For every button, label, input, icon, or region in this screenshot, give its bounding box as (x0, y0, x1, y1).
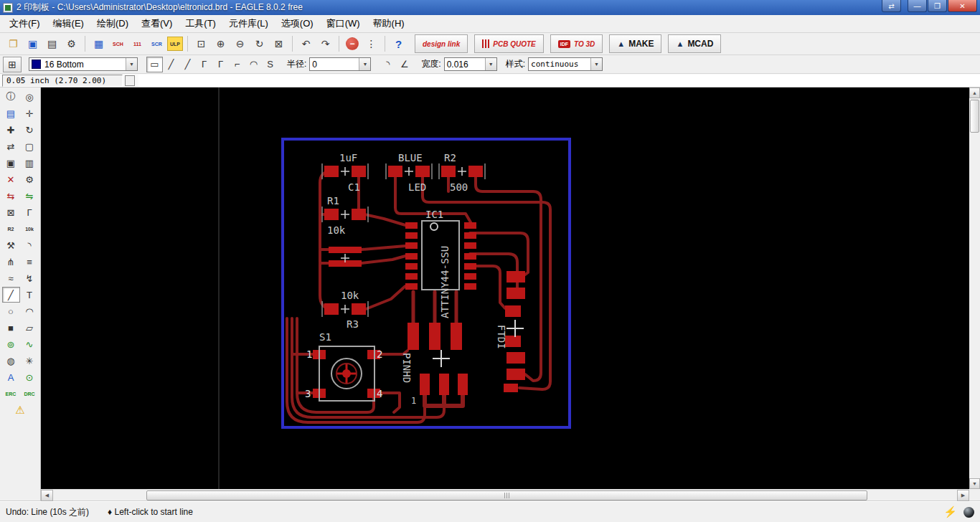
coordinate-toggle-button[interactable] (125, 75, 135, 86)
width-dropdown-arrow-icon[interactable]: ▼ (485, 58, 496, 70)
zoom-redraw-icon[interactable]: ↻ (250, 35, 268, 52)
lock-tool[interactable]: ⊠ (2, 204, 20, 220)
ripup-tool[interactable]: ↯ (21, 270, 39, 286)
drill-tool[interactable]: ⊙ (21, 369, 39, 385)
arc-tool[interactable]: ◠ (21, 303, 39, 319)
optimize-tool[interactable]: ≡ (21, 254, 39, 270)
zoom-out-icon[interactable]: ⊖ (231, 35, 249, 52)
polygon-tool[interactable]: ▱ (21, 320, 39, 336)
horizontal-scroll-track[interactable] (53, 490, 957, 501)
wire-bend-1[interactable]: ╱ (163, 57, 179, 72)
layer-dropdown-arrow-icon[interactable]: ▼ (126, 58, 137, 70)
lightning-icon[interactable]: ⚡ (943, 506, 957, 518)
help-icon[interactable]: ? (390, 35, 407, 52)
menu-edit[interactable]: 编辑(E) (47, 15, 90, 32)
radius-dropdown-arrow-icon[interactable]: ▼ (359, 58, 370, 70)
horizontal-scrollbar[interactable]: ◀ ▶ (41, 489, 969, 501)
info-tool[interactable]: ⓘ (2, 89, 20, 105)
maximize-button[interactable]: ❐ (928, 0, 947, 12)
horizontal-scroll-thumb[interactable] (146, 490, 867, 500)
wire-bend-3[interactable]: Γ (196, 57, 212, 72)
idf-to-3d-button[interactable]: IDF TO 3D (550, 34, 603, 53)
more-icon[interactable]: ⋮ (362, 35, 380, 52)
signal-tool[interactable]: ∿ (21, 336, 39, 352)
wire-tool[interactable]: ╱ (2, 287, 20, 303)
rotate-tool[interactable]: ↻ (21, 122, 39, 138)
copy-tool[interactable]: ▣ (2, 155, 20, 171)
menu-window[interactable]: 窗口(W) (320, 15, 367, 32)
save-icon[interactable]: ▣ (24, 35, 42, 52)
zoom-in-icon[interactable]: ⊕ (212, 35, 230, 52)
scroll-down-button[interactable]: ▼ (969, 478, 980, 489)
vertical-scrollbar[interactable]: ▲ ▼ (969, 87, 980, 489)
pcb-canvas[interactable]: 1uF C1 BLUE LED R2 500 R1 10k 10k R3 S1 … (41, 87, 969, 489)
delete-tool[interactable]: ✕ (2, 171, 20, 187)
split-tool[interactable]: ⋔ (2, 254, 20, 270)
name-tool[interactable]: R2 (2, 221, 20, 237)
miter-tool[interactable]: ◝ (21, 237, 39, 253)
hole-tool[interactable]: ◍ (2, 353, 20, 369)
design-link-button[interactable]: design link (415, 34, 468, 53)
stop-icon[interactable]: − (346, 37, 359, 50)
vertical-scroll-thumb[interactable] (970, 100, 979, 133)
style-dropdown-arrow-icon[interactable]: ▼ (590, 58, 602, 70)
open-icon[interactable]: ❐ (4, 35, 22, 52)
schematic-icon[interactable]: SCH (109, 35, 127, 52)
mcad-button[interactable]: ▲ MCAD (668, 34, 721, 53)
mark-tool[interactable]: ✛ (21, 105, 39, 121)
display-tool[interactable]: ▤ (2, 105, 20, 121)
change-tool[interactable]: ⚙ (21, 171, 39, 187)
style-select[interactable]: continuous ▼ (528, 57, 603, 71)
scroll-up-button[interactable]: ▲ (969, 87, 980, 98)
route-tool[interactable]: Γ (21, 204, 39, 220)
cam-processor-icon[interactable]: ⚙ (62, 35, 80, 52)
layer-select[interactable]: 16 Bottom ▼ (29, 57, 138, 71)
menu-draw[interactable]: 绘制(D) (90, 15, 135, 32)
pcb-quote-button[interactable]: PCB QUOTE (474, 34, 543, 53)
eagle-status-icon[interactable] (963, 507, 974, 518)
show-tool[interactable]: ◎ (21, 89, 39, 105)
wire-bend-5[interactable]: ⌐ (229, 57, 245, 72)
meander-tool[interactable]: ≈ (2, 270, 20, 286)
rect-tool[interactable]: ■ (2, 320, 20, 336)
scroll-right-button[interactable]: ▶ (957, 490, 969, 501)
redo-icon[interactable]: ↷ (316, 35, 334, 52)
menu-library[interactable]: 元件库(L) (222, 15, 275, 32)
move-tool[interactable]: ✚ (2, 122, 20, 138)
wire-bend-0[interactable]: ▭ (146, 57, 163, 72)
replace-tool[interactable]: ⇆ (2, 188, 20, 204)
window-switch-button[interactable]: ⇄ (882, 0, 901, 12)
wire-bend-7[interactable]: S (262, 57, 278, 72)
menu-view[interactable]: 查看(V) (135, 15, 179, 32)
wire-bend-4[interactable]: Γ (212, 57, 229, 72)
menu-file[interactable]: 文件(F) (3, 15, 47, 32)
paste-tool[interactable]: ▥ (21, 155, 39, 171)
mirror-tool[interactable]: ⇄ (2, 138, 20, 154)
zoom-fit-icon[interactable]: ⊡ (192, 35, 210, 52)
ratsnest-tool[interactable]: ✳ (21, 353, 39, 369)
wire-bend-6[interactable]: ◠ (245, 57, 262, 72)
radius-select[interactable]: 0 ▼ (309, 57, 371, 71)
via-tool[interactable]: ⊚ (2, 336, 20, 352)
menu-help[interactable]: 帮助(H) (367, 15, 411, 32)
autoroute-tool[interactable]: A (2, 369, 20, 385)
wire-bend-2[interactable]: ╱ (179, 57, 196, 72)
menu-tools[interactable]: 工具(T) (179, 15, 222, 32)
pinswap-tool[interactable]: ⇋ (21, 188, 39, 204)
ulp-icon[interactable]: ULP (167, 37, 183, 51)
grid-button[interactable]: ⊞ (3, 57, 22, 72)
drc-tool[interactable]: DRC (21, 386, 39, 402)
group-tool[interactable]: ▢ (21, 138, 39, 154)
make-button[interactable]: ▲ MAKE (609, 34, 661, 53)
minimize-button[interactable]: — (908, 0, 927, 12)
circle-tool[interactable]: ○ (2, 303, 20, 319)
scroll-left-button[interactable]: ◀ (41, 490, 53, 501)
script-icon[interactable]: SCR (148, 35, 166, 52)
vertical-scroll-track[interactable] (969, 98, 980, 478)
undo-icon[interactable]: ↶ (297, 35, 315, 52)
zoom-select-icon[interactable]: ⊠ (270, 35, 288, 52)
miter-round-button[interactable]: ◝ (380, 57, 396, 72)
text-tool[interactable]: T (21, 287, 39, 303)
close-button[interactable]: ✕ (948, 0, 977, 12)
menu-options[interactable]: 选项(O) (275, 15, 320, 32)
